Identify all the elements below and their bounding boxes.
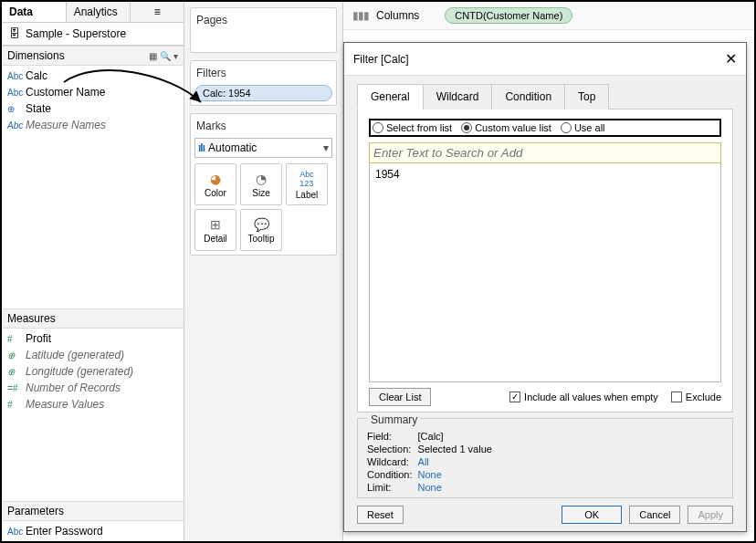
field-item[interactable]: AbcEnter Password bbox=[2, 523, 184, 539]
include-empty-checkbox[interactable]: Include all values when empty bbox=[509, 392, 658, 402]
columns-shelf[interactable]: ▮▮▮ Columns CNTD(Customer Name) bbox=[343, 2, 754, 30]
filter-summary: Summary Field:[Calc] Selection:Selected … bbox=[357, 418, 733, 498]
field-label: Profit bbox=[26, 332, 51, 345]
columns-pill[interactable]: CNTD(Customer Name) bbox=[445, 7, 572, 24]
radio-use-all[interactable]: Use all bbox=[561, 122, 605, 133]
datasource-name: Sample - Superstore bbox=[26, 27, 126, 40]
clear-list-button[interactable]: Clear List bbox=[369, 388, 431, 406]
field-type-icon: ⊕ bbox=[7, 367, 26, 377]
field-item[interactable]: =#Number of Records bbox=[2, 380, 184, 396]
filter-list-item[interactable]: 1954 bbox=[373, 167, 717, 182]
close-icon[interactable]: ✕ bbox=[725, 50, 737, 68]
tab-analytics[interactable]: Analytics bbox=[67, 2, 131, 22]
label-icon: Abc123 bbox=[299, 170, 314, 188]
datasource-row[interactable]: 🗄 Sample - Superstore bbox=[2, 23, 184, 46]
field-type-icon: # bbox=[7, 400, 26, 410]
columns-icon: ▮▮▮ bbox=[352, 9, 369, 22]
measures-header: Measures bbox=[2, 308, 184, 329]
pages-shelf[interactable]: Pages bbox=[190, 7, 337, 53]
field-label: Longitude (generated) bbox=[26, 365, 133, 378]
radio-custom-value-list[interactable]: Custom value list bbox=[461, 122, 551, 133]
field-item[interactable]: ⊕Longitude (generated) bbox=[2, 363, 184, 380]
filter-dialog-title: Filter [Calc] bbox=[353, 53, 409, 66]
parameters-list: AbcEnter Password bbox=[2, 521, 184, 541]
field-item[interactable]: AbcMeasure Names bbox=[2, 117, 184, 133]
field-label: Measure Values bbox=[26, 398, 104, 411]
exclude-checkbox[interactable]: Exclude bbox=[671, 392, 721, 402]
tab-wildcard[interactable]: Wildcard bbox=[423, 84, 493, 110]
tab-condition[interactable]: Condition bbox=[491, 84, 565, 110]
dimensions-tools[interactable]: ▦ 🔍 ▾ bbox=[149, 51, 178, 61]
field-type-icon: ⊕ bbox=[7, 104, 26, 114]
mark-label[interactable]: Abc123Label bbox=[286, 163, 328, 205]
marks-card: Marks ılı Automatic ◕Color ◔Size Abc123L… bbox=[190, 113, 337, 256]
filters-shelf[interactable]: Filters Calc: 1954 bbox=[190, 60, 337, 106]
tab-general[interactable]: General bbox=[357, 84, 424, 110]
radio-select-from-list[interactable]: Select from list bbox=[373, 122, 452, 133]
tab-data[interactable]: Data bbox=[2, 2, 67, 22]
palette-icon: ◕ bbox=[210, 172, 221, 186]
mark-size[interactable]: ◔Size bbox=[240, 163, 282, 205]
field-type-icon: Abc bbox=[7, 88, 26, 98]
field-label: State bbox=[26, 102, 51, 115]
filter-value-list[interactable]: 1954 bbox=[369, 163, 721, 382]
worksheet-area: ▮▮▮ Columns CNTD(Customer Name) Filter [… bbox=[343, 2, 754, 541]
data-pane: Data Analytics ≡ 🗄 Sample - Superstore D… bbox=[2, 2, 184, 541]
field-item[interactable]: ⊕State bbox=[2, 100, 184, 117]
filter-dialog: Filter [Calc] ✕ General Wildcard Conditi… bbox=[343, 42, 747, 532]
filter-mode-radios: Select from list Custom value list Use a… bbox=[369, 119, 721, 137]
mark-detail[interactable]: ⊞Detail bbox=[194, 209, 236, 251]
field-type-icon: # bbox=[7, 334, 26, 344]
detail-icon: ⊞ bbox=[210, 217, 221, 232]
field-item[interactable]: AbcCalc bbox=[2, 68, 184, 84]
datasource-icon: 🗄 bbox=[7, 27, 22, 40]
field-type-icon: Abc bbox=[7, 71, 26, 81]
field-label: Measure Names bbox=[26, 119, 106, 131]
data-tabs-menu[interactable]: ≡ bbox=[131, 2, 184, 22]
measures-list: #Profit⊕Latitude (generated)⊕Longitude (… bbox=[2, 329, 184, 414]
field-label: Number of Records bbox=[26, 381, 121, 394]
size-icon: ◔ bbox=[256, 172, 267, 186]
field-label: Latitude (generated) bbox=[26, 349, 124, 361]
field-type-icon: Abc bbox=[7, 120, 26, 131]
filter-pill-calc[interactable]: Calc: 1954 bbox=[194, 85, 332, 101]
cancel-button[interactable]: Cancel bbox=[629, 506, 680, 524]
shelves-pane: Pages Filters Calc: 1954 Marks ılı Autom… bbox=[184, 2, 343, 541]
tooltip-icon: 💬 bbox=[254, 217, 269, 232]
filter-search-input[interactable] bbox=[369, 142, 721, 163]
dimensions-header: Dimensions ▦ 🔍 ▾ bbox=[2, 46, 184, 66]
field-item[interactable]: AbcCustomer Name bbox=[2, 84, 184, 100]
mark-color[interactable]: ◕Color bbox=[194, 163, 236, 205]
field-type-icon: Abc bbox=[7, 527, 26, 537]
apply-button[interactable]: Apply bbox=[688, 506, 733, 524]
field-type-icon: ⊕ bbox=[7, 350, 26, 360]
field-label: Customer Name bbox=[26, 86, 105, 99]
mark-type-select[interactable]: ılı Automatic bbox=[194, 138, 332, 158]
mark-tooltip[interactable]: 💬Tooltip bbox=[240, 209, 282, 251]
reset-button[interactable]: Reset bbox=[357, 506, 404, 524]
parameters-header: Parameters bbox=[2, 501, 184, 521]
field-item[interactable]: #Profit bbox=[2, 330, 184, 347]
ok-button[interactable]: OK bbox=[562, 506, 622, 524]
field-item[interactable]: #Measure Values bbox=[2, 396, 184, 412]
field-item[interactable]: ⊕Latitude (generated) bbox=[2, 347, 184, 363]
dimensions-list: AbcCalcAbcCustomer Name⊕StateAbcMeasure … bbox=[2, 66, 184, 135]
field-label: Enter Password bbox=[26, 525, 103, 538]
tab-top[interactable]: Top bbox=[564, 84, 609, 110]
field-type-icon: =# bbox=[7, 383, 26, 393]
field-label: Calc bbox=[26, 69, 47, 82]
columns-label: Columns bbox=[376, 9, 419, 22]
bar-icon: ılı bbox=[198, 141, 205, 154]
